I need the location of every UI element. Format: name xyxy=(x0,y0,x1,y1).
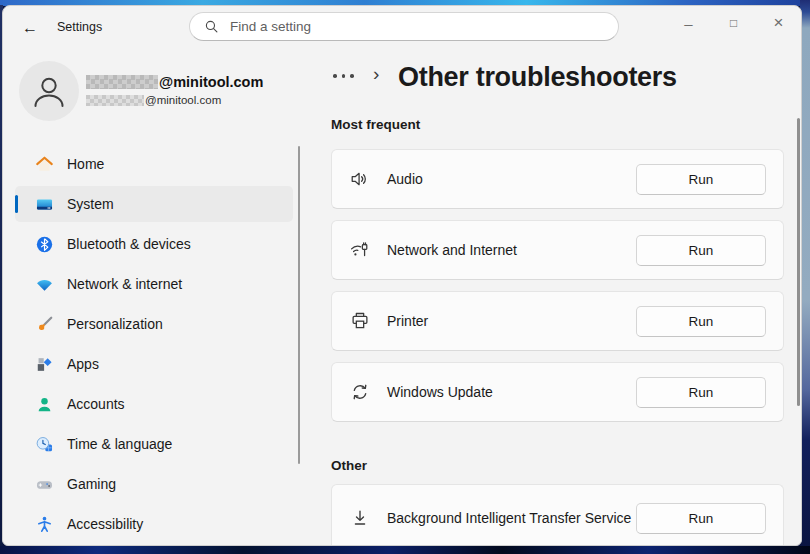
maximize-button[interactable]: □ xyxy=(711,6,756,40)
troubleshooter-card-network-internet: Network and Internet Run xyxy=(331,220,784,280)
sidebar-item-time-language[interactable]: Time & language xyxy=(15,426,293,462)
settings-window: ← Settings – □ × xyxy=(2,5,802,546)
chevron-right-icon: › xyxy=(373,63,379,85)
system-icon xyxy=(35,195,54,214)
troubleshooter-card-printer: Printer Run xyxy=(331,291,784,351)
troubleshooter-card-audio: Audio Run xyxy=(331,149,784,209)
maximize-icon: □ xyxy=(730,16,737,30)
email-suffix-secondary: @minitool.com xyxy=(145,94,221,106)
speaker-icon xyxy=(349,168,371,190)
minimize-icon: – xyxy=(684,15,692,32)
sidebar-item-label: Home xyxy=(67,156,104,172)
sidebar-item-bluetooth-devices[interactable]: Bluetooth & devices xyxy=(15,226,293,262)
search-icon xyxy=(204,19,219,34)
sidebar-item-label: System xyxy=(67,196,114,212)
search-input[interactable] xyxy=(230,19,606,34)
troubleshooter-list-other: Background Intelligent Transfer Service … xyxy=(331,484,784,546)
troubleshooter-card-windows-update: Windows Update Run xyxy=(331,362,784,422)
section-header-most-frequent: Most frequent xyxy=(331,117,420,132)
minimize-button[interactable]: – xyxy=(666,6,711,40)
run-button-bits[interactable]: Run xyxy=(636,503,766,534)
apps-icon xyxy=(35,355,54,374)
run-button-audio[interactable]: Run xyxy=(636,164,766,195)
run-button-windows-update[interactable]: Run xyxy=(636,377,766,408)
sidebar-item-personalization[interactable]: Personalization xyxy=(15,306,293,342)
accounts-icon xyxy=(35,395,54,414)
sidebar-item-label: Accessibility xyxy=(67,516,143,532)
sidebar-scrollbar[interactable] xyxy=(298,146,300,464)
section-header-other: Other xyxy=(331,458,367,473)
sidebar-item-label: Personalization xyxy=(67,316,163,332)
sidebar-item-label: Accounts xyxy=(67,396,125,412)
printer-icon xyxy=(349,310,371,332)
sidebar-item-gaming[interactable]: Gaming xyxy=(15,466,293,502)
sidebar-item-label: Time & language xyxy=(67,436,172,452)
breadcrumb-overflow-icon[interactable] xyxy=(333,72,359,80)
personalization-icon xyxy=(35,315,54,334)
sidebar-item-apps[interactable]: Apps xyxy=(15,346,293,382)
wifi-plug-icon xyxy=(349,239,371,261)
back-arrow-icon: ← xyxy=(22,19,38,37)
bluetooth-icon xyxy=(35,235,54,254)
redacted-text-block xyxy=(86,75,158,89)
home-icon xyxy=(35,155,54,174)
troubleshooter-label: Audio xyxy=(387,170,423,188)
account-email-primary: @minitool.com xyxy=(86,74,263,90)
sidebar-item-system[interactable]: System xyxy=(15,186,293,222)
accessibility-icon xyxy=(35,515,54,534)
network-icon xyxy=(35,275,54,294)
main-scrollbar[interactable] xyxy=(797,118,800,406)
window-controls: – □ × xyxy=(666,6,801,40)
sidebar-item-network-internet[interactable]: Network & internet xyxy=(15,266,293,302)
page-title: Other troubleshooters xyxy=(398,62,677,93)
sidebar-item-home[interactable]: Home xyxy=(15,146,293,182)
sidebar-item-accessibility[interactable]: Accessibility xyxy=(15,506,293,542)
troubleshooter-label: Printer xyxy=(387,312,428,330)
gaming-icon xyxy=(35,475,54,494)
sidebar-item-label: Apps xyxy=(67,356,99,372)
time-language-icon xyxy=(35,435,54,454)
close-button[interactable]: × xyxy=(756,6,801,40)
app-title: Settings xyxy=(57,20,102,34)
desktop-screen: ← Settings – □ × xyxy=(0,0,810,554)
download-icon xyxy=(349,507,371,529)
search-box[interactable] xyxy=(189,12,619,41)
run-button-network-internet[interactable]: Run xyxy=(636,235,766,266)
person-icon xyxy=(31,73,67,109)
troubleshooter-card-bits: Background Intelligent Transfer Service … xyxy=(331,484,784,546)
sidebar-item-accounts[interactable]: Accounts xyxy=(15,386,293,422)
sidebar-nav: Home System Bluetoo xyxy=(15,146,293,546)
account-row[interactable]: @minitool.com @minitool.com xyxy=(11,52,297,124)
troubleshooter-label: Background Intelligent Transfer Service xyxy=(387,509,631,527)
selected-accent-pill xyxy=(15,195,18,213)
troubleshooter-list-most-frequent: Audio Run Network and Internet Run xyxy=(331,149,784,433)
troubleshooter-label: Network and Internet xyxy=(387,241,517,259)
account-email-secondary: @minitool.com xyxy=(86,94,221,106)
sidebar-item-label: Bluetooth & devices xyxy=(67,236,191,252)
email-suffix-primary: @minitool.com xyxy=(159,74,263,90)
sidebar-item-label: Gaming xyxy=(67,476,116,492)
back-button[interactable]: ← xyxy=(15,14,45,41)
sync-icon xyxy=(349,381,371,403)
troubleshooter-label: Windows Update xyxy=(387,383,493,401)
sidebar-item-label: Network & internet xyxy=(67,276,182,292)
redacted-text-block xyxy=(86,95,144,106)
close-icon: × xyxy=(774,13,784,33)
avatar xyxy=(19,61,79,121)
wallpaper-bottom-strip xyxy=(0,546,810,554)
run-button-printer[interactable]: Run xyxy=(636,306,766,337)
